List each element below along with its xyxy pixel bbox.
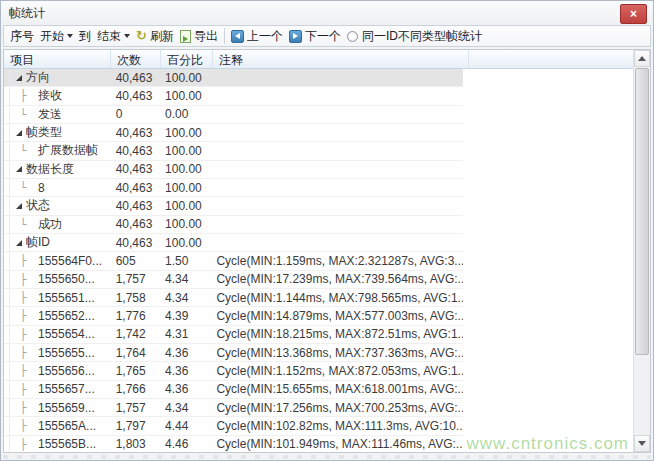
table-row[interactable]: ├ 1555659... 1,757 4.34 Cycle(MIN:17.256… (4, 399, 633, 417)
row-label: 1555655... (30, 346, 95, 360)
radio-icon[interactable] (347, 31, 358, 42)
table-row[interactable]: ├ 1555656... 1,765 4.36 Cycle(MIN:1.152m… (4, 362, 633, 380)
row-label: 1555651... (30, 291, 95, 305)
tree-branch-icon: └ (16, 218, 30, 231)
expand-triangle-icon[interactable] (16, 240, 22, 246)
count-cell: 1,803 (110, 437, 159, 451)
table-row[interactable]: ├ 1555655... 1,764 4.36 Cycle(MIN:13.368… (4, 344, 633, 362)
table-row[interactable]: ├ 接收 40,463 100.00 (4, 87, 633, 105)
table-row[interactable]: ├ 1555651... 1,758 4.34 Cycle(MIN:1.144m… (4, 289, 633, 307)
scrollbar-track[interactable] (634, 67, 650, 435)
statistics-table: 项目 次数 百分比 注释 方向 40,463 100.00 ├ (3, 49, 651, 453)
row-label: 1555650... (30, 272, 95, 286)
refresh-button[interactable]: ↻ 刷新 (136, 28, 174, 45)
export-button[interactable]: 导出 (180, 28, 218, 45)
tree-branch-icon: ├ (16, 291, 30, 304)
arrow-down-icon (638, 441, 646, 446)
row-filler (463, 216, 633, 234)
table-row[interactable]: └ 扩展数据帧 40,463 100.00 (4, 142, 633, 160)
table-body: 方向 40,463 100.00 ├ 接收 40,463 100.00 └ (4, 69, 633, 452)
row-filler (463, 87, 633, 105)
export-button-label: 导出 (194, 28, 218, 45)
comment-cell: Cycle(MIN:14.879ms, MAX:577.003ms, AVG:.… (210, 309, 463, 323)
pct-cell: 100.00 (159, 89, 210, 103)
same-id-radio-label: 同一ID不同类型帧统计 (362, 28, 482, 45)
row-label: 1555656... (30, 364, 95, 378)
comment-cell: Cycle(MIN:17.256ms, MAX:700.253ms, AVG:.… (210, 401, 463, 415)
row-filler (463, 399, 633, 417)
column-header-comment[interactable]: 注释 (213, 50, 469, 68)
expand-triangle-icon[interactable] (16, 166, 22, 172)
scroll-up-button[interactable] (634, 50, 650, 67)
table-row[interactable]: ├ 1555652... 1,776 4.39 Cycle(MIN:14.879… (4, 307, 633, 325)
export-icon (180, 30, 191, 43)
pct-cell: 4.36 (159, 382, 210, 396)
table-row[interactable]: ├ 1555657... 1,766 4.36 Cycle(MIN:15.655… (4, 381, 633, 399)
window-title: 帧统计 (9, 5, 45, 22)
tree-branch-icon: ├ (16, 401, 30, 414)
row-filler (463, 381, 633, 399)
table-row[interactable]: └ 成功 40,463 100.00 (4, 216, 633, 234)
table-row[interactable]: ├ 155564F0... 605 1.50 Cycle(MIN:1.159ms… (4, 252, 633, 270)
item-cell: 帧ID (10, 234, 110, 251)
comment-cell: Cycle(MIN:102.82ms, MAX:111.3ms, AVG:10.… (210, 419, 463, 433)
pct-cell: 100.00 (159, 162, 210, 176)
scroll-down-button[interactable] (634, 435, 650, 452)
end-dropdown[interactable]: 结束 (97, 28, 130, 45)
tree-branch-icon: ├ (16, 346, 30, 359)
table-row[interactable]: 帧ID 40,463 100.00 (4, 234, 633, 252)
table-row[interactable]: ├ 1555650... 1,757 4.34 Cycle(MIN:17.239… (4, 271, 633, 289)
row-filler (463, 417, 633, 435)
count-cell: 1,757 (110, 401, 159, 415)
count-cell: 40,463 (110, 181, 159, 195)
count-cell: 1,766 (110, 382, 159, 396)
expand-triangle-icon[interactable] (16, 75, 22, 81)
table-row[interactable]: 状态 40,463 100.00 (4, 197, 633, 215)
row-label: 帧ID (26, 234, 50, 251)
row-filler (463, 307, 633, 325)
count-cell: 40,463 (110, 126, 159, 140)
comment-cell: Cycle(MIN:1.144ms, MAX:798.565ms, AVG:1.… (210, 291, 463, 305)
table-row[interactable]: 方向 40,463 100.00 (4, 69, 633, 87)
pct-cell: 4.34 (159, 291, 210, 305)
tree-branch-icon: └ (16, 108, 30, 121)
row-label: 1555657... (30, 382, 95, 396)
row-label: 155565A... (30, 419, 96, 433)
pct-cell: 100.00 (159, 236, 210, 250)
vertical-scrollbar[interactable] (633, 50, 650, 452)
scrollbar-thumb[interactable] (635, 68, 649, 355)
table-row[interactable]: └ 发送 0 0.00 (4, 106, 633, 124)
table-row[interactable]: 帧类型 40,463 100.00 (4, 124, 633, 142)
row-label: 扩展数据帧 (30, 142, 98, 159)
start-dropdown[interactable]: 开始 (40, 28, 73, 45)
item-cell: └ 8 (10, 181, 110, 195)
next-button[interactable]: 下一个 (289, 28, 341, 45)
expand-triangle-icon[interactable] (16, 203, 22, 209)
item-cell: ├ 1555651... (10, 291, 110, 305)
tree-branch-icon: ├ (16, 383, 30, 396)
column-header-item[interactable]: 项目 (4, 50, 111, 68)
count-cell: 40,463 (110, 144, 159, 158)
expand-triangle-icon[interactable] (16, 130, 22, 136)
column-header-pct[interactable]: 百分比 (161, 50, 213, 68)
previous-button[interactable]: 上一个 (231, 28, 283, 45)
table-row[interactable]: ├ 155565B... 1,803 4.46 Cycle(MIN:101.94… (4, 436, 633, 452)
table-row[interactable]: ├ 155565A... 1,797 4.44 Cycle(MIN:102.82… (4, 417, 633, 435)
row-label: 1555659... (30, 401, 95, 415)
row-filler (463, 362, 633, 380)
table-row[interactable]: └ 8 40,463 100.00 (4, 179, 633, 197)
previous-button-label: 上一个 (247, 28, 283, 45)
pct-cell: 100.00 (159, 199, 210, 213)
item-cell: └ 扩展数据帧 (10, 142, 110, 159)
item-cell: └ 发送 (10, 106, 110, 123)
close-button[interactable]: × (620, 4, 647, 24)
title-bar: 帧统计 × (1, 1, 653, 25)
table-row[interactable]: ├ 1555654... 1,742 4.31 Cycle(MIN:18.215… (4, 326, 633, 344)
tree-branch-icon: └ (16, 181, 30, 194)
tree-branch-icon: ├ (16, 273, 30, 286)
column-header-count[interactable]: 次数 (111, 50, 161, 68)
same-id-radio-group[interactable]: 同一ID不同类型帧统计 (347, 28, 482, 45)
table-row[interactable]: 数据长度 40,463 100.00 (4, 161, 633, 179)
tree-branch-icon: ├ (16, 309, 30, 322)
item-cell: ├ 接收 (10, 87, 110, 104)
